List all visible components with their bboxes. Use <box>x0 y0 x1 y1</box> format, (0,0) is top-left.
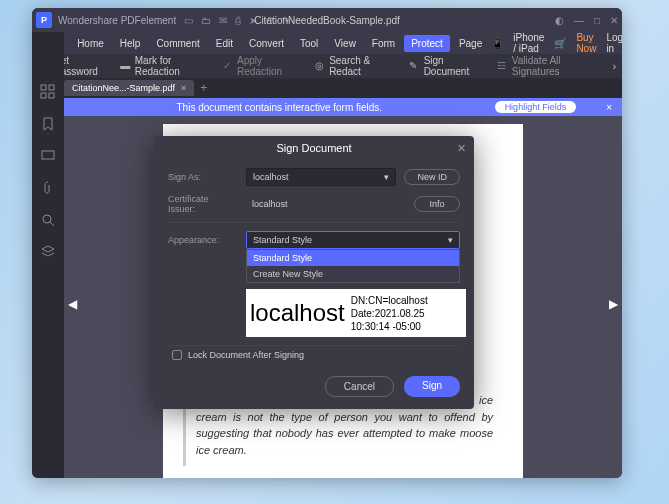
prev-page-icon[interactable]: ◀ <box>68 297 77 311</box>
app-window: P Wondershare PDFelement ▭ 🗀 ✉ ⎙ ➤ ↶ ↷ C… <box>32 8 622 478</box>
chevron-down-icon: ▾ <box>448 235 453 245</box>
device-label[interactable]: iPhone / iPad <box>513 32 544 54</box>
issuer-value: localhost <box>246 196 406 212</box>
search-icon[interactable] <box>40 212 56 228</box>
form-notification-bar: This document contains interactive form … <box>64 98 622 116</box>
sign-as-label: Sign As: <box>168 172 238 182</box>
tab-add-icon[interactable]: + <box>200 81 207 95</box>
layers-icon[interactable] <box>40 244 56 260</box>
svg-rect-0 <box>41 85 46 90</box>
apply-redaction-button[interactable]: ✓Apply Redaction <box>223 55 301 77</box>
highlight-fields-button[interactable]: Highlight Fields <box>495 101 577 113</box>
sidebar <box>32 32 64 478</box>
svg-line-6 <box>50 222 54 226</box>
ribbon-more-icon[interactable]: › <box>613 61 616 72</box>
menu-page[interactable]: Page <box>452 35 489 52</box>
annotation-icon[interactable] <box>40 148 56 164</box>
chevron-down-icon: ▾ <box>384 172 389 182</box>
tab-label: CitationNee...-Sample.pdf <box>72 83 175 93</box>
tabbar: CitationNee...-Sample.pdf × + <box>32 78 622 98</box>
validate-icon: ☲ <box>497 60 508 72</box>
new-id-button[interactable]: New ID <box>404 169 460 185</box>
lock-label: Lock Document After Signing <box>188 350 304 360</box>
maximize-icon[interactable]: □ <box>594 15 600 26</box>
menu-protect[interactable]: Protect <box>404 35 450 52</box>
cancel-button[interactable]: Cancel <box>325 376 394 397</box>
sign-button[interactable]: Sign <box>404 376 460 397</box>
minimize-icon[interactable]: — <box>574 15 584 26</box>
svg-rect-4 <box>42 151 54 159</box>
thumbnails-icon[interactable] <box>40 84 56 100</box>
menu-tool[interactable]: Tool <box>293 35 325 52</box>
menu-convert[interactable]: Convert <box>242 35 291 52</box>
menu-help[interactable]: Help <box>113 35 148 52</box>
preview-time: 10:30:14 -05:00 <box>351 320 428 333</box>
svg-rect-3 <box>49 93 54 98</box>
sign-icon: ✎ <box>409 60 419 72</box>
info-button[interactable]: Info <box>414 196 460 212</box>
notification-close-icon[interactable]: × <box>606 102 612 113</box>
titlebar: P Wondershare PDFelement ▭ 🗀 ✉ ⎙ ➤ ↶ ↷ C… <box>32 8 622 32</box>
search-redact-icon: ◎ <box>315 60 325 72</box>
mail-icon[interactable]: ✉ <box>219 15 227 26</box>
appearance-dropdown-list: Standard Style Create New Style <box>246 249 460 283</box>
preview-date: Date:2021.08.25 <box>351 307 428 320</box>
app-logo-icon: P <box>36 12 52 28</box>
menu-form[interactable]: Form <box>365 35 402 52</box>
signature-preview: localhost DN:CN=localhost Date:2021.08.2… <box>246 289 466 337</box>
dialog-close-icon[interactable]: ✕ <box>457 142 466 155</box>
bookmark-icon[interactable] <box>40 116 56 132</box>
preview-dn: DN:CN=localhost <box>351 294 428 307</box>
mark-redaction-button[interactable]: ▬Mark for Redaction <box>120 55 208 77</box>
print-icon[interactable]: ⎙ <box>235 15 241 26</box>
search-redact-button[interactable]: ◎Search & Redact <box>315 55 396 77</box>
buy-now-link[interactable]: Buy Now <box>576 32 596 54</box>
tab-close-icon[interactable]: × <box>181 83 186 93</box>
svg-rect-1 <box>49 85 54 90</box>
app-name: Wondershare PDFelement <box>58 15 176 26</box>
attachment-icon[interactable] <box>40 180 56 196</box>
redact-mark-icon: ▬ <box>120 60 130 72</box>
folder-icon[interactable]: 🗀 <box>201 15 211 26</box>
open-icon[interactable]: ▭ <box>184 15 193 26</box>
dialog-title: Sign Document ✕ <box>154 136 474 160</box>
appearance-label: Appearance: <box>168 235 238 245</box>
svg-point-5 <box>43 215 51 223</box>
sign-as-select[interactable]: localhost▾ <box>246 168 396 186</box>
preview-name: localhost <box>246 299 349 327</box>
svg-rect-2 <box>41 93 46 98</box>
login-link[interactable]: Log in <box>606 32 622 54</box>
redact-apply-icon: ✓ <box>223 60 233 72</box>
menu-edit[interactable]: Edit <box>209 35 240 52</box>
validate-signatures-button[interactable]: ☲Validate All Signatures <box>497 55 598 77</box>
device-icon: 📱 <box>491 38 503 49</box>
notification-message: This document contains interactive form … <box>74 102 485 113</box>
menubar: File Home Help Comment Edit Convert Tool… <box>32 32 622 54</box>
lock-checkbox[interactable] <box>172 350 182 360</box>
issuer-label: Certificate Issuer: <box>168 194 238 214</box>
menu-home[interactable]: Home <box>70 35 111 52</box>
sign-document-button[interactable]: ✎Sign Document <box>409 55 483 77</box>
ribbon-toolbar: 🔒Set Password ▬Mark for Redaction ✓Apply… <box>32 54 622 78</box>
menu-view[interactable]: View <box>327 35 363 52</box>
theme-icon[interactable]: ◐ <box>555 15 564 26</box>
appearance-option-new[interactable]: Create New Style <box>247 266 459 282</box>
document-title: CitationNeededBook-Sample.pdf <box>254 15 400 26</box>
cart-icon: 🛒 <box>554 38 566 49</box>
menu-comment[interactable]: Comment <box>149 35 206 52</box>
next-page-icon[interactable]: ▶ <box>609 297 618 311</box>
appearance-select[interactable]: Standard Style▾ <box>246 231 460 249</box>
appearance-option-standard[interactable]: Standard Style <box>247 250 459 266</box>
close-window-icon[interactable]: ✕ <box>610 15 618 26</box>
document-tab[interactable]: CitationNee...-Sample.pdf × <box>64 80 194 96</box>
sign-document-dialog: Sign Document ✕ Sign As: localhost▾ New … <box>154 136 474 409</box>
